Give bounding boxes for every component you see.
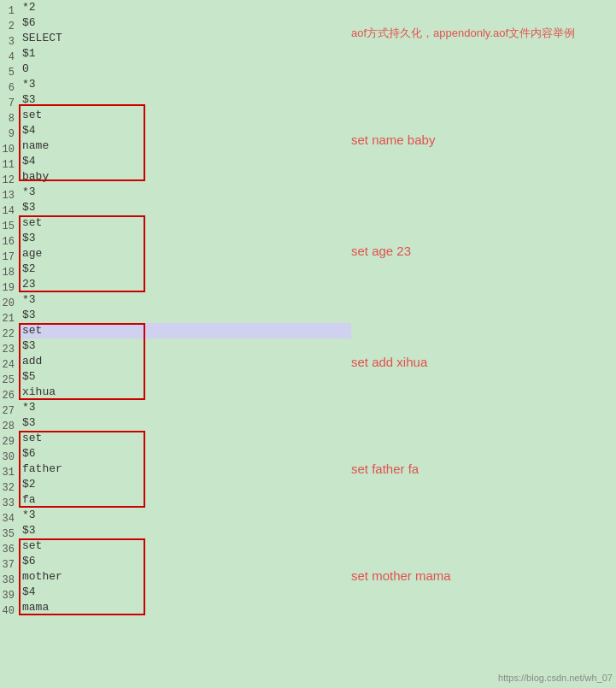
line-number-8: 8 <box>2 111 17 126</box>
line-number-38: 38 <box>2 573 17 588</box>
line-number-1: 1 <box>2 3 17 19</box>
line-number-9: 9 <box>2 126 17 142</box>
code-line-18: $2 <box>19 262 351 277</box>
line-number-12: 12 <box>2 173 17 188</box>
code-line-35: $3 <box>19 523 351 538</box>
line-number-32: 32 <box>2 480 17 496</box>
code-line-13: *3 <box>19 185 351 200</box>
line-number-35: 35 <box>2 526 17 542</box>
code-line-16: $3 <box>19 231 351 246</box>
code-line-8: set <box>19 108 351 123</box>
annotation-set-name: set name baby <box>351 132 435 147</box>
line-number-11: 11 <box>2 157 17 173</box>
code-column: *2$6SELECT$10*3$3set$4name$4baby*3$3set$… <box>19 0 351 688</box>
code-line-17: age <box>19 246 351 262</box>
annotation-area: aof方式持久化，appendonly.aof文件内容举例 set name b… <box>351 0 616 688</box>
code-line-22: set <box>19 323 351 338</box>
line-number-31: 31 <box>2 465 17 480</box>
line-number-26: 26 <box>2 388 17 403</box>
annotation-set-father: set father fa <box>351 462 419 476</box>
line-number-16: 16 <box>2 234 17 250</box>
line-number-10: 10 <box>2 142 17 157</box>
line-number-37: 37 <box>2 557 17 573</box>
code-line-33: fa <box>19 492 351 508</box>
code-line-4: $1 <box>19 46 351 62</box>
code-line-32: $2 <box>19 477 351 492</box>
code-line-6: *3 <box>19 77 351 92</box>
code-line-38: mother <box>19 569 351 585</box>
header-annotation: aof方式持久化，appendonly.aof文件内容举例 <box>351 26 575 41</box>
line-number-28: 28 <box>2 419 17 434</box>
line-number-39: 39 <box>2 588 17 603</box>
code-line-24: add <box>19 354 351 369</box>
code-line-20: *3 <box>19 292 351 308</box>
line-number-17: 17 <box>2 250 17 265</box>
code-line-31: father <box>19 462 351 477</box>
line-number-23: 23 <box>2 342 17 357</box>
line-number-33: 33 <box>2 496 17 511</box>
line-number-7: 7 <box>2 96 17 111</box>
code-line-3: SELECT <box>19 31 351 46</box>
code-line-7: $3 <box>19 92 351 108</box>
line-number-5: 5 <box>2 65 17 80</box>
line-number-18: 18 <box>2 265 17 280</box>
line-number-40: 40 <box>2 603 17 619</box>
code-line-28: $3 <box>19 415 351 431</box>
code-line-11: $4 <box>19 154 351 169</box>
line-number-34: 34 <box>2 511 17 526</box>
code-line-9: $4 <box>19 123 351 138</box>
code-line-36: set <box>19 538 351 554</box>
watermark: https://blog.csdn.net/wh_07 <box>498 673 613 683</box>
code-line-15: set <box>19 215 351 231</box>
line-number-25: 25 <box>2 373 17 388</box>
code-line-14: $3 <box>19 200 351 215</box>
code-line-2: $6 <box>19 15 351 31</box>
line-number-3: 3 <box>2 34 17 50</box>
line-number-14: 14 <box>2 203 17 219</box>
line-numbers-column: 1234567891011121314151617181920212223242… <box>0 0 19 688</box>
line-number-21: 21 <box>2 311 17 326</box>
line-number-19: 19 <box>2 280 17 296</box>
annotation-set-add: set add xihua <box>351 355 427 369</box>
line-number-22: 22 <box>2 326 17 342</box>
annotation-set-mother: set mother mama <box>351 568 451 583</box>
line-number-30: 30 <box>2 450 17 465</box>
code-line-10: name <box>19 138 351 154</box>
line-number-36: 36 <box>2 542 17 557</box>
code-line-40: mama <box>19 600 351 615</box>
code-line-39: $4 <box>19 585 351 600</box>
line-number-15: 15 <box>2 219 17 234</box>
code-line-21: $3 <box>19 308 351 323</box>
main-container: 1234567891011121314151617181920212223242… <box>0 0 616 688</box>
code-line-25: $5 <box>19 369 351 385</box>
code-line-37: $6 <box>19 554 351 569</box>
line-number-2: 2 <box>2 19 17 34</box>
line-number-4: 4 <box>2 50 17 65</box>
line-number-13: 13 <box>2 188 17 203</box>
code-line-29: set <box>19 431 351 446</box>
code-line-5: 0 <box>19 62 351 77</box>
code-line-19: 23 <box>19 277 351 292</box>
code-line-23: $3 <box>19 338 351 354</box>
code-line-1: *2 <box>19 0 351 15</box>
code-line-34: *3 <box>19 508 351 523</box>
annotation-set-age: set age 23 <box>351 244 411 258</box>
code-line-12: baby <box>19 169 351 185</box>
line-number-6: 6 <box>2 80 17 96</box>
line-number-24: 24 <box>2 357 17 373</box>
code-line-27: *3 <box>19 400 351 415</box>
line-number-29: 29 <box>2 434 17 450</box>
line-number-27: 27 <box>2 403 17 419</box>
code-line-30: $6 <box>19 446 351 462</box>
line-number-20: 20 <box>2 296 17 311</box>
code-line-26: xihua <box>19 385 351 400</box>
